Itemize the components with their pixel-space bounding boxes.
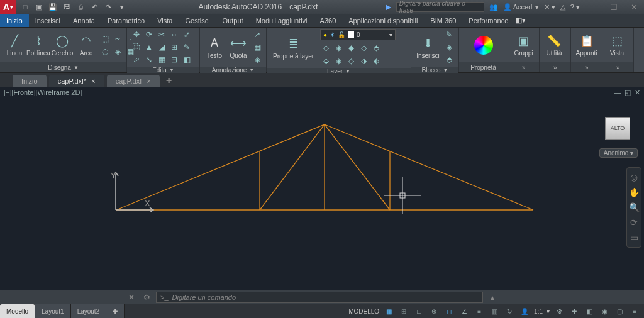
cerchio-button[interactable]: ◯Cerchio — [52, 32, 73, 58]
block-tool-icon[interactable]: ◈ — [443, 41, 455, 53]
edit-tool-icon[interactable]: ⊟ — [169, 54, 180, 65]
hardware-accel-icon[interactable]: ◧ — [584, 305, 595, 317]
qat-new-icon[interactable]: □ — [20, 2, 30, 12]
add-layout-button[interactable]: ✚ — [106, 304, 125, 318]
table-icon[interactable]: ▦ — [252, 41, 263, 53]
edit-tool-icon[interactable]: ⤢ — [181, 29, 192, 40]
nav-wheel-icon[interactable]: ◎ — [628, 172, 640, 183]
appunti-button[interactable]: 📋Appunti — [575, 32, 598, 58]
customization-icon[interactable]: ≡ — [629, 305, 640, 317]
ortho-toggle-icon[interactable]: ∟ — [413, 305, 425, 317]
inserisci-button[interactable]: ⬇Inserisci — [415, 35, 441, 60]
exchange-button[interactable]: ✕ ▾ — [544, 3, 555, 11]
file-tab-inizio[interactable]: Inizio — [13, 75, 47, 87]
tab-applicazioni[interactable]: Applicazioni disponibili — [342, 14, 424, 27]
scale-label[interactable]: 1:1 — [534, 308, 543, 315]
edit-tool-icon[interactable]: ✎ — [181, 41, 192, 53]
edit-tool-icon[interactable]: ⊞ — [169, 41, 180, 53]
tab-vista[interactable]: Vista — [151, 14, 179, 27]
quota-button[interactable]: ⟷Quota — [228, 35, 249, 60]
array-icon[interactable]: ▦ — [156, 54, 167, 65]
layer-tool-icon[interactable]: ⬙ — [320, 55, 331, 67]
selection-cycling-icon[interactable]: ↻ — [504, 305, 515, 317]
search-play-icon[interactable]: ▶ — [386, 3, 391, 11]
file-tab-active[interactable]: capP.dxf*× — [49, 75, 104, 87]
polar-toggle-icon[interactable]: ⊛ — [428, 305, 440, 317]
polilinea-button[interactable]: ⌇Polilinea — [28, 32, 49, 58]
tab-a360[interactable]: A360 — [314, 14, 343, 27]
maximize-button[interactable]: ☐ — [604, 0, 624, 14]
layer-tool-icon[interactable]: ◈ — [333, 42, 344, 53]
tab-featured-icon[interactable]: ◧▾ — [514, 14, 527, 27]
help-button[interactable]: ? ▾ — [570, 3, 580, 11]
leader-icon[interactable]: ↗ — [252, 29, 263, 40]
tab-gestisci[interactable]: Gestisci — [179, 14, 216, 27]
layout1-tab[interactable]: Layout1 — [35, 304, 71, 318]
qat-save-icon[interactable]: 💾 — [48, 2, 58, 12]
keyword-search-input[interactable]: Digitare parola chiave o frase — [396, 2, 484, 12]
layer-dropdown[interactable]: ● ☀ 🔓 0 ▾ — [320, 29, 396, 40]
grid-toggle-icon[interactable]: ▦ — [383, 305, 394, 317]
layout2-tab[interactable]: Layout2 — [71, 304, 107, 318]
copy-icon[interactable]: ⿻ — [131, 41, 142, 53]
utilita-button[interactable]: 📏Utilità — [543, 32, 565, 58]
cmd-customize-icon[interactable]: ⚙ — [141, 292, 152, 303]
minimize-button[interactable]: — — [584, 0, 604, 14]
app-menu-button[interactable]: A▾ — [0, 0, 16, 14]
close-button[interactable]: ✕ — [624, 0, 644, 14]
cmd-recent-icon[interactable]: ▴ — [487, 292, 498, 303]
nav-showmotion-icon[interactable]: ▭ — [628, 232, 640, 243]
nav-pan-icon[interactable]: ✋ — [628, 187, 640, 198]
qat-saveas-icon[interactable]: 🖫 — [62, 2, 72, 12]
qat-undo-icon[interactable]: ↶ — [89, 2, 99, 12]
layer-tool-icon[interactable]: ⬗ — [358, 55, 369, 67]
vp-restore-icon[interactable]: ◱ — [625, 89, 631, 97]
viewport-label[interactable]: [−][Fronte][Wireframe 2D] — [4, 89, 82, 96]
anno-tool-icon[interactable]: ◈ — [252, 54, 263, 65]
tab-close-icon[interactable]: × — [91, 77, 95, 85]
drawing-canvas[interactable]: X Y ALTO Anonimo ▾ ◎ ✋ 🔍 ⟳ ▭ — [0, 98, 644, 290]
layer-tool-icon[interactable]: ◆ — [345, 42, 357, 53]
layer-tool-icon[interactable]: ⬘ — [370, 42, 382, 53]
tab-annota[interactable]: Annota — [67, 14, 101, 27]
model-tab[interactable]: Modello — [0, 304, 35, 318]
block-tool-icon[interactable]: ✎ — [443, 29, 455, 40]
vp-minimize-icon[interactable]: — — [614, 89, 621, 97]
scale-icon[interactable]: ⤡ — [143, 54, 155, 65]
annotation-scale-icon[interactable]: 👤 — [519, 305, 530, 317]
anonimo-badge[interactable]: Anonimo ▾ — [599, 148, 638, 158]
draw-tool-icon[interactable]: ⬚ — [99, 33, 111, 45]
qat-redo-icon[interactable]: ↷ — [103, 2, 113, 12]
isolate-objects-icon[interactable]: ◉ — [599, 305, 610, 317]
stretch-icon[interactable]: ⬀ — [131, 54, 142, 65]
draw-tool-icon[interactable]: ◈ — [112, 46, 123, 57]
draw-tool-icon[interactable]: ◌ — [99, 46, 111, 57]
qat-plot-icon[interactable]: ⎙ — [75, 2, 86, 12]
edit-tool-icon[interactable]: ◧ — [181, 54, 192, 65]
osnap-toggle-icon[interactable]: ◻ — [443, 305, 455, 317]
trim-icon[interactable]: ✂ — [156, 29, 167, 40]
tab-close-icon[interactable]: × — [147, 77, 150, 85]
stayconnected-button[interactable]: △ — [560, 3, 565, 11]
command-input[interactable]: >_ Digitare un comando — [156, 292, 483, 303]
tab-moduli[interactable]: Moduli aggiuntivi — [250, 14, 314, 27]
edit-tool-icon[interactable]: ↔ — [169, 29, 180, 40]
model-space-label[interactable]: MODELLO — [348, 308, 379, 315]
snap-toggle-icon[interactable]: ⊞ — [398, 305, 409, 317]
infocenter-button[interactable]: 👥 — [489, 3, 498, 11]
vista-button[interactable]: ⬚Vista — [606, 32, 628, 58]
linea-button[interactable]: ╱Linea — [4, 32, 25, 58]
nav-zoom-icon[interactable]: 🔍 — [628, 202, 640, 213]
panel-disegna[interactable]: Disegna▼ — [0, 62, 126, 72]
otrack-toggle-icon[interactable]: ∠ — [458, 305, 470, 317]
arco-button[interactable]: ◠Arco — [75, 32, 97, 58]
tab-output[interactable]: Output — [216, 14, 250, 27]
annotation-monitor-icon[interactable]: ✚ — [569, 305, 580, 317]
layer-tool-icon[interactable]: ◇ — [345, 55, 357, 67]
panel-proprieta[interactable]: Proprietà — [459, 62, 508, 72]
fillet-icon[interactable]: ◢ — [156, 41, 167, 53]
block-tool-icon[interactable]: ⬘ — [443, 54, 455, 65]
layer-tool-icon[interactable]: ◈ — [333, 55, 344, 67]
qat-open-icon[interactable]: ▣ — [34, 2, 44, 12]
new-tab-button[interactable]: ✚ — [162, 75, 176, 87]
